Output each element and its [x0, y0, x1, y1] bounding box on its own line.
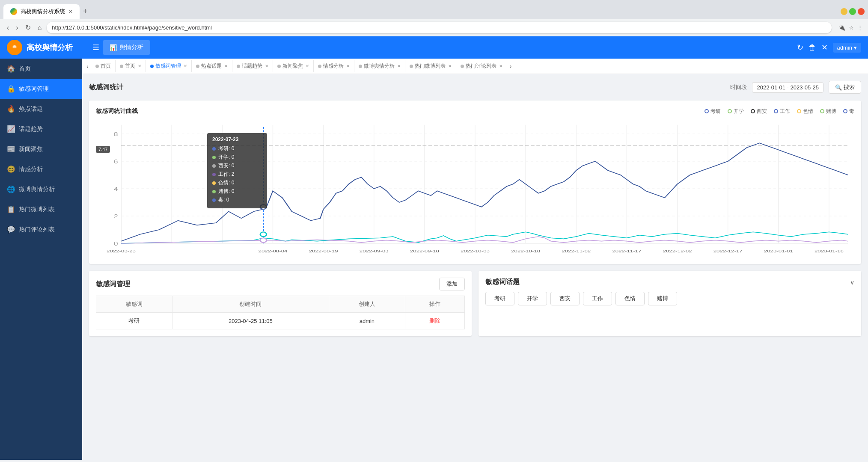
sidebar-item-hotspot[interactable]: 🔥 热点话题 [0, 99, 82, 119]
svg-text:2022-12-17: 2022-12-17 [713, 249, 743, 253]
tag-kaixue[interactable]: 开学 [518, 292, 547, 305]
new-tab-btn[interactable]: + [80, 3, 91, 19]
time-value[interactable]: 2022-01-01 - 2023-05-25 [752, 82, 823, 93]
sidebar-item-hot-weibo[interactable]: 📋 热门微博列表 [0, 199, 82, 219]
tab-close-hotspot[interactable]: ✕ [224, 64, 228, 68]
page-tab-home2[interactable]: 首页 ✕ [116, 60, 146, 72]
expand-tags-btn[interactable]: ∨ [850, 279, 854, 286]
svg-text:2022-12-02: 2022-12-02 [663, 249, 692, 253]
legend-dot-du [843, 109, 847, 113]
cell-action[interactable]: 删除 [405, 313, 464, 329]
chart-container[interactable]: 7.47 0 2 4 6 8 [96, 120, 854, 257]
tab-close-sensitive[interactable]: ✕ [184, 64, 187, 68]
page-tab-sentiment[interactable]: 情感分析 ✕ [314, 60, 354, 72]
legend-label-seqing: 色情 [803, 108, 813, 115]
tag-list: 考研 开学 西安 工作 色情 赌博 [485, 292, 854, 305]
tab-nav-next[interactable]: › [507, 63, 514, 70]
browser-tab[interactable]: 高校舆情分析系统 ✕ [3, 4, 80, 19]
col-action: 操作 [405, 296, 464, 313]
page-tab-trend[interactable]: 话题趋势 ✕ [232, 60, 273, 72]
minimize-btn[interactable] [841, 8, 847, 15]
tab-nav-prev[interactable]: ‹ [84, 63, 91, 70]
svg-text:0: 0 [114, 241, 118, 247]
add-word-btn[interactable]: 添加 [439, 278, 465, 290]
extensions-icon: 🔌 [838, 24, 845, 31]
tag-dubo[interactable]: 赌博 [648, 292, 677, 305]
tab-close-btn[interactable]: ✕ [68, 9, 73, 15]
tab-close-news[interactable]: ✕ [306, 64, 309, 68]
browser-actions: 🔌 ☆ ⋮ [838, 24, 863, 31]
svg-text:8: 8 [114, 131, 118, 137]
nav-yqfx[interactable]: 📊 舆情分析 [103, 40, 150, 55]
page-tab-hot-comment[interactable]: 热门评论列表 ✕ [456, 60, 507, 72]
sidebar-item-weibo[interactable]: 🌐 微博舆情分析 [0, 179, 82, 199]
tag-seqing[interactable]: 色情 [615, 292, 645, 305]
close-header-icon[interactable]: ✕ [821, 43, 828, 52]
sidebar-item-hot-comment[interactable]: 💬 热门评论列表 [0, 219, 82, 240]
header-menu-btn[interactable]: ☰ [89, 39, 103, 56]
tag-gongzuo[interactable]: 工作 [583, 292, 612, 305]
sidebar-item-sensitive[interactable]: 🔒 敏感词管理 [0, 79, 82, 99]
page-tab-hot-weibo[interactable]: 热门微博列表 ✕ [405, 60, 456, 72]
sidebar-label-hot-weibo: 热门微博列表 [19, 206, 55, 213]
page-tab-sensitive[interactable]: 敏感词管理 ✕ [146, 60, 192, 72]
chart-header: 敏感词统计曲线 考研 开学 [96, 107, 854, 115]
sidebar: 🏠 首页 🔒 敏感词管理 🔥 热点话题 📈 话题趋势 📰 新闻聚焦 😊 [0, 59, 82, 460]
user-dropdown-btn[interactable]: admin ▾ [833, 43, 861, 53]
address-input[interactable] [47, 22, 832, 33]
tab-label: 首页 [125, 62, 135, 70]
svg-text:2022-07-23: 2022-07-23 [217, 249, 247, 253]
svg-text:2022-09-18: 2022-09-18 [410, 249, 439, 253]
hot-weibo-icon: 📋 [7, 205, 15, 213]
content-wrapper: 🏠 首页 🔒 敏感词管理 🔥 热点话题 📈 话题趋势 📰 新闻聚焦 😊 [0, 59, 868, 460]
window-controls [841, 8, 865, 15]
page-tab-hotspot[interactable]: 热点话题 ✕ [192, 60, 232, 72]
delete-header-icon[interactable]: 🗑 [809, 43, 816, 52]
cell-word: 考研 [96, 313, 172, 329]
tab-dot [277, 65, 281, 68]
tab-close-hot-weibo[interactable]: ✕ [448, 64, 452, 68]
sidebar-item-sentiment[interactable]: 😊 情感分析 [0, 159, 82, 179]
sidebar-item-trend[interactable]: 📈 话题趋势 [0, 119, 82, 139]
svg-text:2022-08-19: 2022-08-19 [309, 249, 338, 253]
tab-label: 新闻聚焦 [282, 62, 303, 70]
svg-text:2022-08-04: 2022-08-04 [259, 249, 288, 253]
tab-close-trend[interactable]: ✕ [265, 64, 268, 68]
back-btn[interactable]: ‹ [5, 22, 11, 33]
page-tab-weibo[interactable]: 微博舆情分析 ✕ [354, 60, 405, 72]
tab-dot [410, 65, 413, 68]
app-title: 高校舆情分析 [27, 42, 73, 53]
svg-text:2022-11-02: 2022-11-02 [562, 249, 591, 253]
maximize-btn[interactable] [849, 8, 856, 15]
home-browser-btn[interactable]: ⌂ [36, 22, 44, 33]
tab-title: 高校舆情分析系统 [21, 8, 65, 15]
tab-label: 情感分析 [323, 62, 344, 70]
bookmark-icon[interactable]: ☆ [849, 24, 854, 31]
tab-label: 热门微博列表 [415, 62, 446, 70]
legend-dot-kaoyuan [705, 109, 709, 113]
reload-btn[interactable]: ↻ [24, 22, 33, 33]
tab-close-weibo[interactable]: ✕ [397, 64, 401, 68]
address-bar: ‹ › ↻ ⌂ 🔌 ☆ ⋮ [0, 19, 868, 36]
tab-close-sentiment[interactable]: ✕ [346, 64, 350, 68]
settings-icon[interactable]: ⋮ [857, 24, 863, 31]
table-header: 敏感词管理 添加 [96, 278, 465, 290]
close-window-btn[interactable] [858, 8, 865, 15]
refresh-header-icon[interactable]: ↻ [797, 43, 803, 52]
page-tab-news[interactable]: 新闻聚焦 ✕ [273, 60, 314, 72]
tab-label: 首页 [101, 62, 111, 70]
delete-link[interactable]: 删除 [429, 317, 440, 324]
sidebar-item-home[interactable]: 🏠 首页 [0, 59, 82, 79]
tab-close-hot-comment[interactable]: ✕ [499, 64, 502, 68]
search-btn[interactable]: 🔍 搜索 [829, 81, 861, 94]
col-time: 创建时间 [172, 296, 329, 313]
forward-btn[interactable]: › [14, 22, 20, 33]
tag-xian[interactable]: 西安 [550, 292, 580, 305]
tab-close-home2[interactable]: ✕ [138, 64, 141, 68]
sidebar-item-news[interactable]: 📰 新闻聚焦 [0, 139, 82, 159]
page-tab-home1[interactable]: 首页 [91, 60, 116, 72]
tab-dot [120, 65, 123, 68]
svg-text:2022-10-18: 2022-10-18 [511, 249, 540, 253]
tag-kaoyuan[interactable]: 考研 [485, 292, 514, 305]
svg-text:6: 6 [114, 159, 118, 165]
